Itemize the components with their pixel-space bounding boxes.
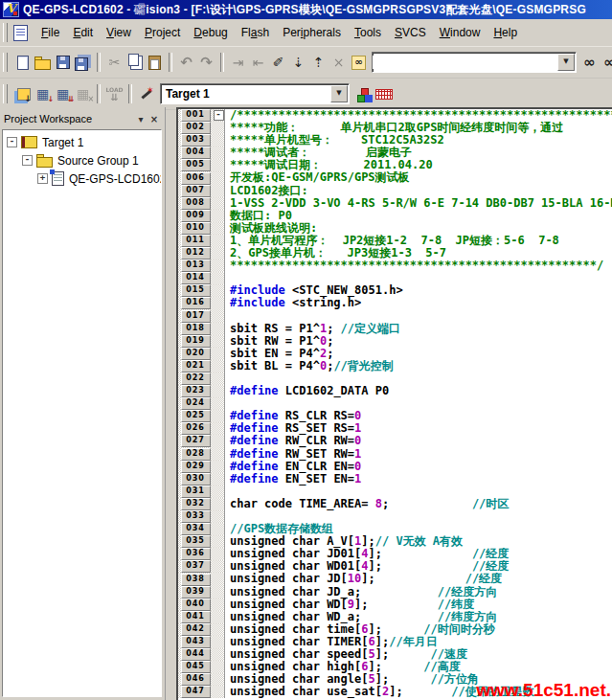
paste-button[interactable] xyxy=(145,52,165,73)
line-number-gutter[interactable]: 016 xyxy=(178,297,213,309)
build-target-button[interactable]: ▦↓ xyxy=(33,83,53,104)
code-text[interactable]: unsigned char high[6]; //高度 xyxy=(225,661,612,673)
line-number[interactable]: 003 xyxy=(181,134,211,147)
workspace-close-icon[interactable]: × xyxy=(147,113,161,125)
line-number-gutter[interactable]: 022 xyxy=(178,373,213,385)
line-number[interactable]: 001 xyxy=(181,109,211,122)
target-dropdown-arrow-icon[interactable]: ▼ xyxy=(330,85,348,102)
code-text[interactable]: unsigned char WD01[4]; //经度 xyxy=(225,560,612,573)
line-number[interactable]: 014 xyxy=(181,272,211,284)
rebuild-all-button[interactable]: ▦⇊ xyxy=(53,83,73,104)
line-number[interactable]: 040 xyxy=(181,598,211,611)
menu-view[interactable]: View xyxy=(100,22,138,43)
code-text[interactable]: *****功能： 单片机串口2取GPS时间经纬度时间等，通过 xyxy=(225,122,612,134)
line-number-gutter[interactable]: 044 xyxy=(178,648,213,661)
menu-svcs[interactable]: SVCS xyxy=(388,22,433,43)
line-number-gutter[interactable]: 040 xyxy=(178,598,213,611)
line-number-gutter[interactable]: 001 xyxy=(178,109,213,122)
line-number[interactable]: 013 xyxy=(181,260,211,272)
save-button[interactable] xyxy=(53,52,73,73)
incremental-find-button[interactable]: ∞↓ xyxy=(600,52,612,73)
menu-file[interactable]: File xyxy=(34,22,66,43)
code-text[interactable]: unsigned char WD_a; //纬度方向 xyxy=(225,611,612,623)
line-number-gutter[interactable]: 043 xyxy=(178,636,213,648)
line-number-gutter[interactable]: 047 xyxy=(178,686,213,698)
code-text[interactable] xyxy=(225,373,612,385)
code-text[interactable]: char code TIME_AREA= 8; //时区 xyxy=(225,498,612,510)
code-text[interactable]: unsigned char speed[5]; //速度 xyxy=(225,648,612,661)
save-all-button[interactable] xyxy=(73,52,93,73)
code-text[interactable]: sbit RW = P1^0; xyxy=(225,335,612,348)
toolbar-grip-handle[interactable] xyxy=(3,53,8,72)
line-number[interactable]: 034 xyxy=(181,523,211,535)
menu-help[interactable]: Help xyxy=(487,22,524,43)
toolbar-grip-handle[interactable] xyxy=(3,84,8,103)
code-text[interactable]: 测试板跳线说明: xyxy=(225,222,612,235)
code-text[interactable]: #define RS_SET RS=1 xyxy=(225,422,612,435)
line-number-gutter[interactable]: 045 xyxy=(178,661,213,673)
line-number-gutter[interactable]: 011 xyxy=(178,235,213,247)
line-number[interactable]: 025 xyxy=(181,410,211,422)
line-number-gutter[interactable]: 005 xyxy=(178,159,213,171)
line-number[interactable]: 002 xyxy=(181,122,211,134)
line-number[interactable]: 023 xyxy=(181,385,211,397)
line-number[interactable]: 011 xyxy=(181,235,211,247)
find-in-files-button[interactable]: ∞ xyxy=(349,52,369,73)
line-number-gutter[interactable]: 030 xyxy=(178,473,213,485)
line-number[interactable]: 037 xyxy=(181,560,211,573)
line-number-gutter[interactable]: 013 xyxy=(178,260,213,272)
code-text[interactable]: sbit RS = P1^1; //定义端口 xyxy=(225,323,612,335)
fold-toggle-icon[interactable]: - xyxy=(214,110,224,121)
prev-bookmark-button[interactable]: ⇡ xyxy=(308,52,329,73)
next-bookmark-button[interactable]: ⇣ xyxy=(288,52,308,73)
code-text[interactable]: unsigned char JD[10]; //经度 xyxy=(225,573,612,585)
line-number[interactable]: 028 xyxy=(181,448,211,461)
line-number-gutter[interactable]: 041 xyxy=(178,611,213,623)
line-number-gutter[interactable]: 003 xyxy=(178,134,213,147)
line-number-gutter[interactable]: 028 xyxy=(178,448,213,461)
line-number-gutter[interactable]: 034 xyxy=(178,523,213,535)
line-number[interactable]: 038 xyxy=(181,574,211,586)
line-number[interactable]: 021 xyxy=(181,360,211,373)
line-number[interactable]: 044 xyxy=(181,648,211,661)
find-button[interactable]: ∞ xyxy=(579,52,600,73)
line-number[interactable]: 004 xyxy=(181,147,211,159)
line-number[interactable]: 015 xyxy=(181,284,211,297)
line-number-gutter[interactable]: 037 xyxy=(178,560,213,573)
copy-button[interactable] xyxy=(125,52,145,73)
line-number[interactable]: 019 xyxy=(181,335,211,348)
code-text[interactable]: 2、GPS接单片机： JP3短接1-3 5-7 xyxy=(225,247,612,260)
code-text[interactable]: #define RW_SET RW=1 xyxy=(225,448,612,461)
code-text[interactable]: unsigned char A_V[1];// V无效 A有效 xyxy=(225,535,612,548)
line-number[interactable]: 018 xyxy=(181,323,211,335)
line-number-gutter[interactable]: 039 xyxy=(178,586,213,598)
code-text[interactable]: //GPS数据存储数组 xyxy=(225,523,612,535)
code-text[interactable]: ****************************************… xyxy=(225,260,612,272)
line-number-gutter[interactable]: 018 xyxy=(178,323,213,335)
menu-flash[interactable]: Flash xyxy=(235,22,276,43)
line-number[interactable]: 035 xyxy=(181,535,211,548)
line-number-gutter[interactable]: 009 xyxy=(178,210,213,222)
workspace-menu-icon[interactable]: ▾ xyxy=(134,113,147,125)
code-text[interactable]: unsigned char TIMER[6];//年月日 xyxy=(225,636,612,648)
line-number[interactable]: 030 xyxy=(181,473,211,485)
line-number[interactable]: 036 xyxy=(181,548,211,560)
code-text[interactable] xyxy=(225,310,612,323)
start-debug-button[interactable]: ✶ xyxy=(136,83,156,104)
line-number-gutter[interactable]: 004 xyxy=(178,147,213,159)
line-number-gutter[interactable]: 017 xyxy=(178,310,213,323)
line-number-gutter[interactable]: 019 xyxy=(178,335,213,348)
code-text[interactable]: 1-VSS 2-VDD 3-VO 4-RS 5-R/W 6-E 7-14 DB0… xyxy=(225,197,612,210)
toggle-bookmark-button[interactable]: ✐ xyxy=(268,52,288,73)
code-text[interactable]: *****调试日期： 2011.04.20 xyxy=(225,159,612,171)
line-number-gutter[interactable]: 014 xyxy=(178,272,213,284)
line-number[interactable]: 017 xyxy=(181,310,211,323)
uvision-app-icon[interactable] xyxy=(3,2,19,17)
line-number[interactable]: 026 xyxy=(181,422,211,435)
tree-item-target-1[interactable]: -Target 1 xyxy=(3,133,161,151)
collapse-icon[interactable]: - xyxy=(22,155,33,166)
menu-window[interactable]: Window xyxy=(433,22,487,43)
line-number-gutter[interactable]: 021 xyxy=(178,360,213,373)
code-text[interactable]: sbit BL = P4^0;//背光控制 xyxy=(225,360,612,373)
line-number-gutter[interactable]: 038 xyxy=(178,573,213,585)
